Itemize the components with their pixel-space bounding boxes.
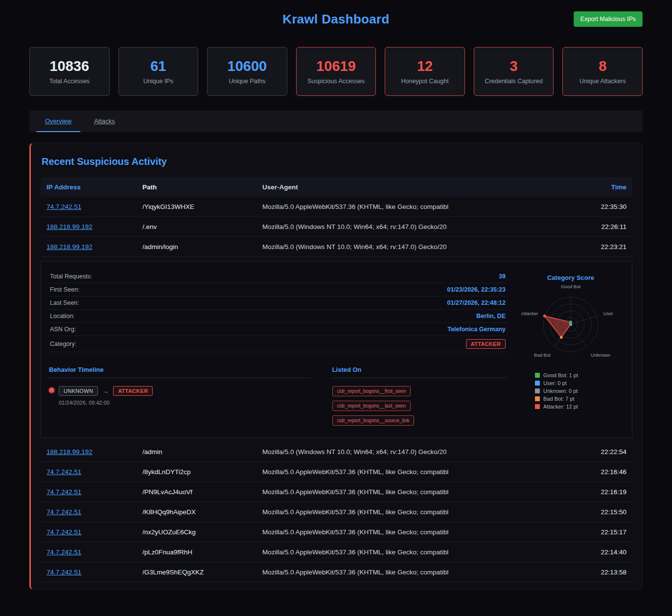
detail-field-value: 01/27/2026, 22:48:12: [447, 299, 506, 306]
ip-link[interactable]: 74.7.242.51: [46, 488, 81, 496]
panel-title: Recent Suspicious Activity: [42, 156, 632, 167]
detail-field-asn-org: ASN Org:Telefonica Germany: [49, 323, 507, 336]
table-row[interactable]: 74.7.242.51/PN9LvAcJ4uoVfMozilla/5.0 App…: [41, 482, 632, 502]
category-before-badge: UNKNOWN: [59, 386, 98, 396]
detail-field-last-seen: Last Seen:01/27/2026, 22:48:12: [49, 297, 507, 310]
stat-value: 61: [150, 58, 166, 74]
legend-swatch-icon: [535, 396, 540, 401]
time-cell: 22:14:40: [563, 548, 626, 556]
table-row[interactable]: 188.218.99.192/admin/loginMozilla/5.0 (W…: [41, 237, 632, 257]
stat-label: Unique IPs: [143, 78, 173, 85]
ip-link[interactable]: 74.7.242.51: [46, 468, 81, 476]
table-row[interactable]: 74.7.242.51/nx2yUOZuE6CkgMozilla/5.0 App…: [41, 522, 632, 542]
table-row[interactable]: 74.7.242.51/pLz0Fnua9fRhHMozilla/5.0 App…: [41, 542, 632, 562]
table-row[interactable]: 74.7.242.51/YiqykGI13WHXEMozilla/5.0 App…: [41, 197, 632, 217]
detail-field-label: Total Requests:: [50, 273, 92, 280]
path-cell: /YiqykGI13WHXE: [142, 203, 257, 210]
export-malicious-ips-button[interactable]: Export Malicious IPs: [574, 11, 643, 27]
path-cell: /PN9LvAcJ4uoVf: [142, 488, 257, 496]
user-agent-cell: Mozilla/5.0 AppleWebKit/537.36 (KHTML, l…: [262, 508, 558, 516]
ip-link[interactable]: 74.7.242.51: [46, 203, 81, 210]
svg-text:Good Bot: Good Bot: [561, 284, 580, 289]
suspicious-activity-panel: Recent Suspicious Activity IP AddressPat…: [29, 143, 643, 590]
chart-legend: Good Bot: 1 ptUser: 0 ptUnknown: 0 ptBad…: [535, 372, 578, 411]
table-row[interactable]: 74.7.242.51/8ykdLnDYTi2cpMozilla/5.0 App…: [41, 462, 632, 482]
header: Krawl Dashboard Export Malicious IPs: [29, 0, 643, 35]
listed-on-badge-cidr-report-bogons-source-link[interactable]: cidr_report_bogons__source_link: [332, 415, 415, 426]
category-badge: ATTACKER: [466, 339, 506, 349]
ip-link[interactable]: 188.218.99.192: [46, 448, 93, 456]
tab-attacks[interactable]: Attacks: [85, 111, 124, 132]
stat-card-suspicious-accesses: 10619Suspicious Accesses: [296, 47, 376, 96]
ip-link[interactable]: 188.218.99.192: [46, 223, 93, 230]
detail-field-label: First Seen:: [50, 286, 79, 293]
ip-link[interactable]: 74.7.242.51: [46, 569, 81, 576]
category-after-badge: ATTACKER: [113, 386, 153, 396]
detail-field-label: Last Seen:: [50, 299, 79, 306]
path-cell: /.env: [142, 223, 257, 230]
stat-label: Credentials Captured: [485, 78, 543, 85]
user-agent-cell: Mozilla/5.0 (Windows NT 10.0; Win64; x64…: [262, 448, 558, 456]
column-header-user-agent: User-Agent: [262, 183, 558, 191]
listed-on-badge-cidr-report-bogons-first-seen[interactable]: cidr_report_bogons__first_seen: [332, 386, 411, 396]
time-cell: 22:16:19: [563, 488, 626, 496]
stat-value: 10619: [316, 58, 356, 74]
column-header-time: Time: [563, 183, 626, 191]
column-header-path: Path: [142, 183, 257, 191]
time-cell: 22:23:21: [563, 243, 626, 251]
user-agent-cell: Mozilla/5.0 AppleWebKit/537.36 (KHTML, l…: [262, 488, 558, 496]
stat-label: Suspicious Accesses: [307, 78, 365, 85]
timeline-timestamp: 01/24/2026, 09:42:00: [59, 400, 153, 406]
user-agent-cell: Mozilla/5.0 AppleWebKit/537.36 (KHTML, l…: [262, 548, 558, 556]
behavior-timeline-title: Behavior Timeline: [49, 366, 311, 378]
tab-bar: OverviewAttacks: [29, 111, 643, 132]
timeline-transition: UNKNOWN → ATTACKER: [59, 386, 153, 396]
chart-title: Category Score: [547, 274, 594, 281]
listed-on-badge-cidr-report-bogons-last-seen[interactable]: cidr_report_bogons__last_seen: [332, 401, 411, 411]
detail-field-location: Location:Berlin, DE: [49, 310, 507, 323]
detail-field-label: Category:: [50, 341, 76, 347]
legend-label: Bad Bot: 7 pt: [543, 396, 575, 402]
user-agent-cell: Mozilla/5.0 AppleWebKit/537.36 (KHTML, l…: [262, 528, 558, 536]
ip-link[interactable]: 188.218.99.192: [46, 243, 93, 251]
radar-chart: Good BotUserUnknownBad BotAttacker: [517, 282, 625, 369]
path-cell: /8ykdLnDYTi2cp: [142, 468, 257, 476]
user-agent-cell: Mozilla/5.0 AppleWebKit/537.36 (KHTML, l…: [262, 468, 558, 476]
ip-link[interactable]: 74.7.242.51: [46, 528, 81, 536]
ip-link[interactable]: 74.7.242.51: [46, 548, 81, 556]
tab-overview[interactable]: Overview: [36, 111, 80, 132]
ip-link[interactable]: 74.7.242.51: [46, 508, 81, 516]
table-row[interactable]: 74.7.242.51/G3Lme9ShEQgXKZMozilla/5.0 Ap…: [41, 562, 632, 582]
stat-value: 8: [599, 58, 606, 74]
stat-card-unique-paths: 10600Unique Paths: [207, 47, 287, 96]
table-row[interactable]: 74.7.242.51/K8HQq9hAipeDXMozilla/5.0 App…: [41, 502, 632, 522]
stat-label: Unique Paths: [229, 78, 265, 85]
category-score-chart: Category Score Good BotUserUnknownBad Bo…: [517, 270, 624, 426]
stat-card-unique-ips: 61Unique IPs: [118, 47, 199, 96]
stat-label: Unique Attackers: [579, 78, 626, 85]
stat-card-honeypot-caught: 12Honeypot Caught: [385, 47, 465, 96]
svg-text:Bad Bot: Bad Bot: [534, 352, 551, 358]
legend-item-attacker: Attacker: 12 pt: [535, 404, 578, 410]
path-cell: /K8HQq9hAipeDX: [142, 508, 257, 516]
dashboard-page: Krawl Dashboard Export Malicious IPs 108…: [29, 0, 643, 590]
legend-label: Unknown: 0 pt: [543, 388, 578, 394]
timeline-entry: UNKNOWN → ATTACKER 01/24/2026, 09:42:00: [49, 386, 311, 406]
detail-field-value: Telefonica Germany: [447, 326, 506, 333]
stat-card-unique-attackers: 8Unique Attackers: [562, 47, 643, 96]
detail-field-value: 01/23/2026, 22:35:23: [447, 286, 506, 293]
stat-label: Total Accesses: [49, 78, 90, 85]
time-cell: 22:15:50: [563, 508, 626, 516]
detail-field-label: ASN Org:: [50, 326, 76, 333]
time-cell: 22:15:17: [563, 528, 626, 536]
listed-on-section: Listed On cidr_report_bogons__first_seen…: [332, 366, 507, 426]
legend-item-user: User: 0 pt: [535, 380, 578, 386]
stat-card-credentials-captured: 3Credentials Captured: [474, 47, 554, 96]
stats-row: 10836Total Accesses61Unique IPs10600Uniq…: [29, 47, 643, 96]
timeline-marker-icon: [49, 388, 54, 393]
timeline-entry-body: UNKNOWN → ATTACKER 01/24/2026, 09:42:00: [59, 386, 153, 406]
table-row[interactable]: 188.218.99.192/adminMozilla/5.0 (Windows…: [41, 442, 632, 462]
table-row[interactable]: 188.218.99.192/.envMozilla/5.0 (Windows …: [41, 217, 632, 237]
legend-item-unknown: Unknown: 0 pt: [535, 388, 578, 394]
detail-field-first-seen: First Seen:01/23/2026, 22:35:23: [49, 283, 507, 297]
